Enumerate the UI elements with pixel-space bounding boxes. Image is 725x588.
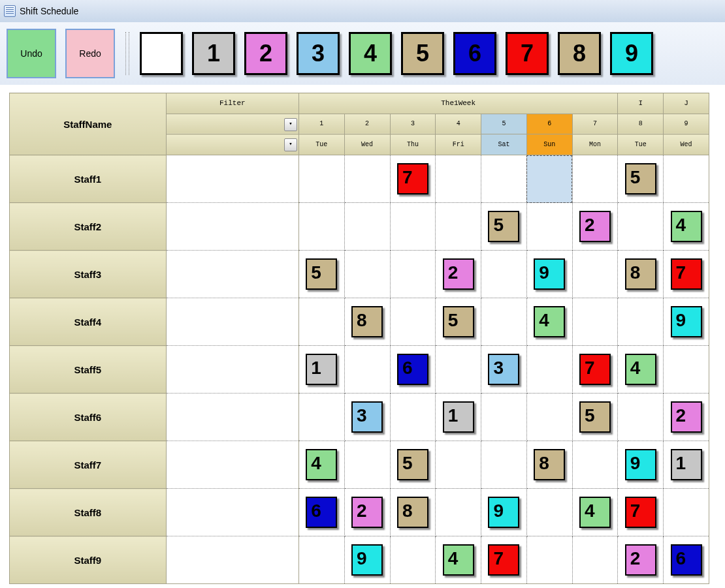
shift-cell-Staff2-day2[interactable] — [344, 203, 390, 251]
shift-cell-Staff2-day3[interactable] — [390, 203, 436, 251]
shift-cell-Staff6-day5[interactable] — [481, 394, 527, 441]
shift-cell-Staff3-day6[interactable]: 9 — [526, 251, 572, 298]
shift-cell-Staff6-day4[interactable]: 1 — [436, 394, 481, 441]
shift-cell-Staff7-day4[interactable] — [436, 441, 481, 489]
palette-item-9[interactable]: 9 — [610, 32, 653, 75]
shift-cell-Staff5-day9[interactable] — [664, 346, 709, 394]
filter-cell-Staff6[interactable] — [166, 394, 298, 441]
shift-cell-Staff9-day7[interactable] — [572, 536, 618, 584]
shift-tile-9[interactable]: 9 — [351, 544, 383, 576]
shift-cell-Staff2-day5[interactable]: 5 — [481, 203, 527, 251]
shift-cell-Staff7-day2[interactable] — [344, 441, 390, 489]
shift-cell-Staff3-day8[interactable]: 8 — [618, 251, 664, 298]
shift-tile-5[interactable]: 5 — [625, 163, 656, 194]
shift-tile-9[interactable]: 9 — [488, 497, 519, 528]
shift-cell-Staff9-day3[interactable] — [390, 536, 436, 584]
filter-cell-Staff3[interactable] — [166, 251, 298, 298]
shift-cell-Staff8-day5[interactable]: 9 — [481, 489, 527, 536]
shift-cell-Staff9-day8[interactable]: 2 — [618, 536, 664, 584]
shift-cell-Staff9-day2[interactable]: 9 — [344, 536, 390, 584]
shift-cell-Staff9-day9[interactable]: 6 — [664, 536, 709, 584]
shift-tile-3[interactable]: 3 — [488, 354, 519, 385]
undo-button[interactable]: Undo — [7, 29, 56, 78]
shift-tile-9[interactable]: 9 — [534, 258, 565, 290]
shift-tile-5[interactable]: 5 — [488, 211, 519, 242]
shift-cell-Staff5-day6[interactable] — [526, 346, 572, 394]
shift-cell-Staff8-day4[interactable] — [436, 489, 481, 536]
palette-item-2[interactable]: 2 — [244, 32, 287, 75]
shift-cell-Staff1-day9[interactable] — [664, 155, 709, 203]
shift-tile-5[interactable]: 5 — [443, 306, 474, 337]
shift-cell-Staff8-day2[interactable]: 2 — [344, 489, 390, 536]
shift-cell-Staff3-day7[interactable] — [572, 251, 618, 298]
shift-cell-Staff5-day8[interactable]: 4 — [618, 346, 664, 394]
palette-item-1[interactable]: 1 — [192, 32, 235, 75]
shift-cell-Staff9-day1[interactable] — [298, 536, 344, 584]
palette-item-7[interactable]: 7 — [506, 32, 549, 75]
shift-tile-1[interactable]: 1 — [671, 449, 702, 480]
shift-cell-Staff1-day6[interactable] — [526, 155, 572, 203]
shift-cell-Staff7-day7[interactable] — [572, 441, 618, 489]
palette-item-8[interactable]: 8 — [558, 32, 601, 75]
shift-cell-Staff5-day1[interactable]: 1 — [298, 346, 344, 394]
shift-cell-Staff4-day9[interactable]: 9 — [664, 298, 709, 346]
shift-tile-4[interactable]: 4 — [443, 544, 474, 576]
redo-button[interactable]: Redo — [65, 29, 115, 78]
shift-tile-8[interactable]: 8 — [351, 306, 383, 337]
palette-item-5[interactable]: 5 — [401, 32, 444, 75]
shift-cell-Staff6-day3[interactable] — [390, 394, 436, 441]
shift-tile-6[interactable]: 6 — [397, 354, 428, 385]
shift-tile-2[interactable]: 2 — [625, 544, 656, 576]
filter-cell-Staff2[interactable] — [166, 203, 298, 251]
shift-cell-Staff1-day8[interactable]: 5 — [618, 155, 664, 203]
shift-tile-5[interactable]: 5 — [306, 258, 337, 290]
shift-tile-2[interactable]: 2 — [579, 211, 611, 242]
shift-cell-Staff7-day8[interactable]: 9 — [618, 441, 664, 489]
shift-tile-2[interactable]: 2 — [671, 401, 702, 433]
shift-tile-5[interactable]: 5 — [579, 401, 611, 433]
shift-tile-7[interactable]: 7 — [397, 163, 428, 194]
filter-cell-Staff1[interactable] — [166, 155, 298, 203]
shift-tile-8[interactable]: 8 — [397, 497, 428, 528]
shift-tile-7[interactable]: 7 — [579, 354, 611, 385]
shift-cell-Staff9-day6[interactable] — [526, 536, 572, 584]
shift-cell-Staff8-day6[interactable] — [526, 489, 572, 536]
shift-cell-Staff1-day7[interactable] — [572, 155, 618, 203]
shift-tile-7[interactable]: 7 — [488, 544, 519, 576]
shift-cell-Staff3-day9[interactable]: 7 — [664, 251, 709, 298]
shift-cell-Staff7-day9[interactable]: 1 — [664, 441, 709, 489]
shift-cell-Staff5-day4[interactable] — [436, 346, 481, 394]
shift-cell-Staff5-day5[interactable]: 3 — [481, 346, 527, 394]
shift-cell-Staff1-day1[interactable] — [298, 155, 344, 203]
shift-cell-Staff2-day1[interactable] — [298, 203, 344, 251]
shift-cell-Staff4-day1[interactable] — [298, 298, 344, 346]
shift-cell-Staff5-day2[interactable] — [344, 346, 390, 394]
shift-tile-1[interactable]: 1 — [443, 401, 474, 433]
shift-cell-Staff7-day3[interactable]: 5 — [390, 441, 436, 489]
shift-cell-Staff4-day2[interactable]: 8 — [344, 298, 390, 346]
filter-cell-Staff9[interactable] — [166, 536, 298, 584]
shift-tile-4[interactable]: 4 — [671, 211, 702, 242]
shift-cell-Staff2-day7[interactable]: 2 — [572, 203, 618, 251]
shift-tile-2[interactable]: 2 — [351, 497, 383, 528]
shift-tile-4[interactable]: 4 — [534, 306, 565, 337]
palette-item-3[interactable]: 3 — [297, 32, 340, 75]
shift-cell-Staff4-day4[interactable]: 5 — [436, 298, 481, 346]
shift-cell-Staff6-day8[interactable] — [618, 394, 664, 441]
shift-cell-Staff2-day4[interactable] — [436, 203, 481, 251]
shift-cell-Staff1-day3[interactable]: 7 — [390, 155, 436, 203]
shift-cell-Staff1-day2[interactable] — [344, 155, 390, 203]
shift-tile-3[interactable]: 3 — [351, 401, 383, 433]
filter-cell-Staff8[interactable] — [166, 489, 298, 536]
shift-tile-8[interactable]: 8 — [625, 258, 656, 290]
shift-cell-Staff7-day5[interactable] — [481, 441, 527, 489]
shift-cell-Staff8-day8[interactable]: 7 — [618, 489, 664, 536]
shift-cell-Staff3-day2[interactable] — [344, 251, 390, 298]
shift-tile-4[interactable]: 4 — [579, 497, 611, 528]
shift-cell-Staff6-day7[interactable]: 5 — [572, 394, 618, 441]
shift-cell-Staff4-day7[interactable] — [572, 298, 618, 346]
filter-cell-Staff7[interactable] — [166, 441, 298, 489]
shift-cell-Staff6-day6[interactable] — [526, 394, 572, 441]
shift-cell-Staff4-day5[interactable] — [481, 298, 527, 346]
shift-cell-Staff8-day9[interactable] — [664, 489, 709, 536]
